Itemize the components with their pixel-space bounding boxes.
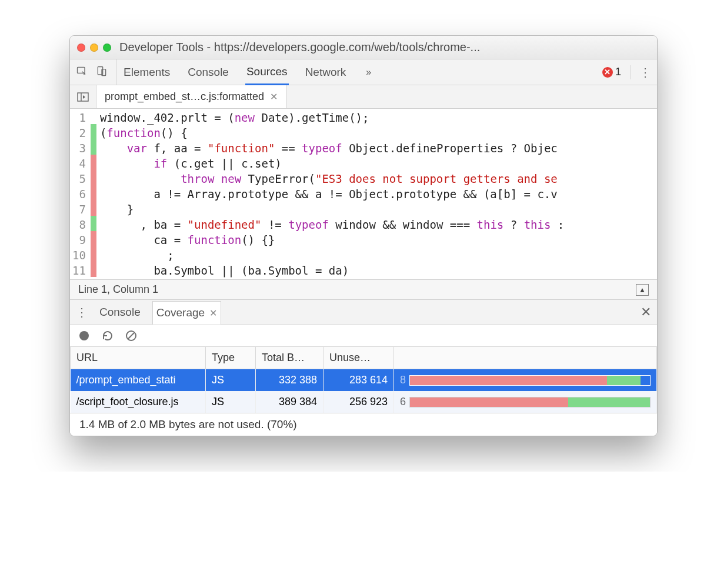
cursor-position: Line 1, Column 1 [78,283,158,296]
error-badge[interactable]: ✕ 1 [602,66,621,78]
col-total[interactable]: Total B… [256,347,324,369]
coverage-marker [91,185,96,201]
tab-console[interactable]: Console [186,60,230,84]
coverage-gutter [91,109,96,279]
device-toolbar-icon[interactable] [96,65,108,79]
coverage-bar-cell: 8 [394,369,657,392]
coverage-marker [91,155,96,170]
coverage-marker [91,216,96,231]
line-number: 1 [72,110,86,125]
svg-point-5 [79,331,89,340]
window-title: Developer Tools - https://developers.goo… [119,41,480,54]
close-drawer-tab-icon[interactable]: ✕ [209,308,217,319]
code-content: window._402.prlt = (new Date).getTime();… [96,109,564,279]
coverage-summary: 1.4 MB of 2.0 MB bytes are not used. (70… [70,413,657,436]
inspect-element-icon[interactable] [76,65,88,79]
line-number: 8 [72,217,86,232]
code-line: (function() { [100,125,564,141]
line-number: 5 [72,171,86,186]
traffic-lights [77,44,111,52]
code-line: , ba = "undefined" != typeof window && w… [100,217,564,232]
col-unused[interactable]: Unuse… [324,347,394,369]
coverage-url: /script_foot_closure.js [71,391,206,413]
coverage-total: 389 384 [256,391,324,413]
minimize-window-button[interactable] [90,44,98,52]
coverage-marker [91,124,96,139]
code-line: ca = function() {} [100,232,564,248]
col-url[interactable]: URL [71,347,206,369]
usage-bar [409,397,651,407]
coverage-total: 332 388 [256,369,324,392]
line-number: 3 [72,141,86,156]
coverage-marker [91,139,96,155]
error-count: 1 [615,66,621,78]
file-tab-bar: prompt_embed_st…c.js:formatted ✕ [70,85,657,109]
line-number-gutter: 1234567891011 [70,109,91,279]
drawer-tab-coverage[interactable]: Coverage ✕ [152,301,221,325]
close-drawer-icon[interactable]: ✕ [641,305,651,320]
close-window-button[interactable] [77,44,85,52]
drawer-menu-icon[interactable]: ⋮ [76,305,88,319]
coverage-table: URL Type Total B… Unuse… /prompt_embed_s… [70,346,657,413]
col-usage-bar[interactable] [394,347,657,369]
coverage-marker [91,246,96,262]
settings-menu-icon[interactable]: ⋮ [631,65,651,79]
drawer-tab-console[interactable]: Console [96,301,144,323]
coverage-header-row: URL Type Total B… Unuse… [71,347,657,369]
drawer-tabbar: ⋮ Console Coverage ✕ ✕ [70,299,657,325]
code-line: ba.Symbol || (ba.Symbol = da) [100,263,564,278]
code-line: } [100,202,564,217]
drawer-tab-coverage-label: Coverage [156,306,205,319]
source-file-tab[interactable]: prompt_embed_st…c.js:formatted ✕ [96,85,286,108]
tab-sources[interactable]: Sources [245,59,289,85]
main-tabbar: Elements Console Sources Network » ✕ 1 ⋮ [70,59,657,85]
code-line: throw new TypeError("ES3 does not suppor… [100,171,564,186]
coverage-marker [91,231,96,246]
window-titlebar: Developer Tools - https://developers.goo… [70,36,657,59]
coverage-marker [91,201,96,216]
code-line: ; [100,248,564,263]
coverage-row[interactable]: /script_foot_closure.jsJS389 384256 9236 [71,391,657,413]
svg-rect-0 [78,67,85,73]
more-tabs-icon[interactable]: » [362,65,375,80]
usage-bar [409,375,651,386]
clear-icon[interactable] [125,330,137,342]
coverage-marker [91,109,96,124]
line-number: 11 [72,263,86,278]
editor-status-bar: Line 1, Column 1 ▲ [70,279,657,299]
coverage-type: JS [206,369,256,392]
navigator-toggle-icon[interactable] [70,85,96,108]
collapse-drawer-icon[interactable]: ▲ [636,284,649,296]
line-number: 6 [72,186,86,202]
devtools-window: Developer Tools - https://developers.goo… [69,35,658,436]
code-line: window._402.prlt = (new Date).getTime(); [100,110,564,125]
reload-icon[interactable] [102,330,114,342]
coverage-unused: 283 614 [324,369,394,392]
col-type[interactable]: Type [206,347,256,369]
coverage-toolbar [70,325,657,346]
code-editor[interactable]: 1234567891011 window._402.prlt = (new Da… [70,109,657,279]
line-number: 9 [72,232,86,248]
coverage-marker [91,170,96,185]
line-number: 4 [72,156,86,171]
code-line: var f, aa = "function" == typeof Object.… [100,141,564,156]
panel-tabs: Elements Console Sources Network » [122,59,375,85]
line-number: 10 [72,248,86,263]
tab-elements[interactable]: Elements [122,60,171,84]
code-line: if (c.get || c.set) [100,156,564,171]
tab-network[interactable]: Network [304,60,348,84]
svg-line-7 [128,333,134,339]
record-icon[interactable] [78,330,90,342]
code-line: a != Array.prototype && a != Object.prot… [100,186,564,202]
line-number: 7 [72,202,86,217]
coverage-url: /prompt_embed_stati [71,369,206,392]
coverage-unused: 256 923 [324,391,394,413]
coverage-row[interactable]: /prompt_embed_statiJS332 388283 6148 [71,369,657,392]
error-icon: ✕ [602,67,613,78]
zoom-window-button[interactable] [103,44,111,52]
coverage-type: JS [206,391,256,413]
close-file-tab-icon[interactable]: ✕ [270,91,278,102]
file-tab-name: prompt_embed_st…c.js:formatted [105,91,264,103]
coverage-marker [91,262,96,277]
coverage-bar-cell: 6 [394,391,657,413]
